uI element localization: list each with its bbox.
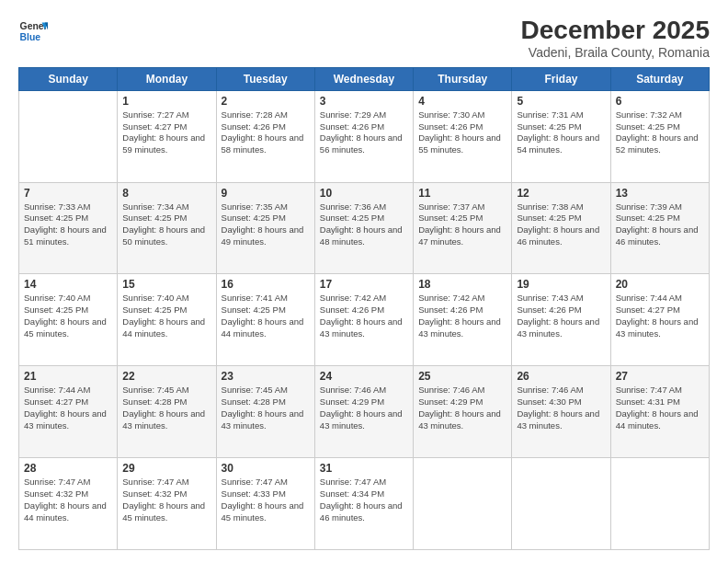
day-info: Sunrise: 7:33 AMSunset: 4:25 PMDaylight:… <box>24 201 112 248</box>
day-info: Sunrise: 7:39 AMSunset: 4:25 PMDaylight:… <box>616 201 704 248</box>
calendar-cell: 6Sunrise: 7:32 AMSunset: 4:25 PMDaylight… <box>610 90 709 182</box>
calendar-cell: 4Sunrise: 7:30 AMSunset: 4:26 PMDaylight… <box>414 90 512 182</box>
day-number: 22 <box>122 370 210 383</box>
week-row-0: 1Sunrise: 7:27 AMSunset: 4:27 PMDaylight… <box>19 90 710 182</box>
location: Vadeni, Braila County, Romania <box>521 45 710 60</box>
calendar-cell: 15Sunrise: 7:40 AMSunset: 4:25 PMDayligh… <box>118 274 216 366</box>
calendar-cell: 22Sunrise: 7:45 AMSunset: 4:28 PMDayligh… <box>118 366 216 458</box>
day-number: 1 <box>122 95 210 108</box>
day-number: 13 <box>616 187 704 200</box>
calendar-cell: 28Sunrise: 7:47 AMSunset: 4:32 PMDayligh… <box>19 458 118 550</box>
day-info: Sunrise: 7:38 AMSunset: 4:25 PMDaylight:… <box>517 201 605 248</box>
day-info: Sunrise: 7:28 AMSunset: 4:26 PMDaylight:… <box>222 109 310 156</box>
day-info: Sunrise: 7:37 AMSunset: 4:25 PMDaylight:… <box>418 201 506 248</box>
calendar-cell <box>414 458 512 550</box>
calendar-cell: 21Sunrise: 7:44 AMSunset: 4:27 PMDayligh… <box>19 366 118 458</box>
calendar-cell: 30Sunrise: 7:47 AMSunset: 4:33 PMDayligh… <box>216 458 314 550</box>
day-info: Sunrise: 7:43 AMSunset: 4:26 PMDaylight:… <box>517 293 605 339</box>
day-number: 27 <box>616 370 704 383</box>
calendar-cell <box>512 458 610 550</box>
calendar-cell: 2Sunrise: 7:28 AMSunset: 4:26 PMDaylight… <box>216 90 314 182</box>
day-info: Sunrise: 7:47 AMSunset: 4:33 PMDaylight:… <box>222 477 310 523</box>
day-info: Sunrise: 7:47 AMSunset: 4:31 PMDaylight:… <box>616 385 704 431</box>
day-info: Sunrise: 7:47 AMSunset: 4:34 PMDaylight:… <box>320 477 408 523</box>
calendar-cell: 13Sunrise: 7:39 AMSunset: 4:25 PMDayligh… <box>610 182 709 274</box>
day-info: Sunrise: 7:31 AMSunset: 4:25 PMDaylight:… <box>517 109 605 156</box>
day-number: 3 <box>320 95 408 108</box>
day-number: 7 <box>24 187 112 200</box>
svg-text:Blue: Blue <box>20 32 41 42</box>
day-number: 31 <box>320 462 408 475</box>
day-info: Sunrise: 7:42 AMSunset: 4:26 PMDaylight:… <box>418 293 506 339</box>
week-row-3: 21Sunrise: 7:44 AMSunset: 4:27 PMDayligh… <box>19 366 710 458</box>
day-number: 23 <box>222 370 310 383</box>
calendar-cell: 17Sunrise: 7:42 AMSunset: 4:26 PMDayligh… <box>314 274 413 366</box>
calendar-cell: 11Sunrise: 7:37 AMSunset: 4:25 PMDayligh… <box>414 182 512 274</box>
calendar-cell: 3Sunrise: 7:29 AMSunset: 4:26 PMDaylight… <box>314 90 413 182</box>
calendar-cell: 14Sunrise: 7:40 AMSunset: 4:25 PMDayligh… <box>19 274 118 366</box>
day-info: Sunrise: 7:29 AMSunset: 4:26 PMDaylight:… <box>320 109 408 156</box>
day-number: 16 <box>222 278 310 291</box>
month-title: December 2025 <box>521 17 710 45</box>
title-block: December 2025 Vadeni, Braila County, Rom… <box>521 17 710 60</box>
day-number: 4 <box>418 95 506 108</box>
week-row-2: 14Sunrise: 7:40 AMSunset: 4:25 PMDayligh… <box>19 274 710 366</box>
day-info: Sunrise: 7:42 AMSunset: 4:26 PMDaylight:… <box>320 293 408 339</box>
calendar-cell: 19Sunrise: 7:43 AMSunset: 4:26 PMDayligh… <box>512 274 610 366</box>
calendar-cell: 9Sunrise: 7:35 AMSunset: 4:25 PMDaylight… <box>216 182 314 274</box>
day-info: Sunrise: 7:34 AMSunset: 4:25 PMDaylight:… <box>122 201 210 248</box>
week-row-4: 28Sunrise: 7:47 AMSunset: 4:32 PMDayligh… <box>19 458 710 550</box>
calendar-table: SundayMondayTuesdayWednesdayThursdayFrid… <box>18 67 710 550</box>
calendar-cell: 5Sunrise: 7:31 AMSunset: 4:25 PMDaylight… <box>512 90 610 182</box>
weekday-header-saturday: Saturday <box>610 67 709 90</box>
day-number: 8 <box>122 187 210 200</box>
day-number: 10 <box>320 187 408 200</box>
day-info: Sunrise: 7:30 AMSunset: 4:26 PMDaylight:… <box>418 109 506 156</box>
weekday-header-tuesday: Tuesday <box>216 67 314 90</box>
day-info: Sunrise: 7:44 AMSunset: 4:27 PMDaylight:… <box>24 385 112 431</box>
day-info: Sunrise: 7:36 AMSunset: 4:25 PMDaylight:… <box>320 201 408 248</box>
calendar-cell <box>19 90 118 182</box>
day-info: Sunrise: 7:45 AMSunset: 4:28 PMDaylight:… <box>222 385 310 431</box>
day-number: 29 <box>122 462 210 475</box>
weekday-header-thursday: Thursday <box>414 67 512 90</box>
calendar-cell: 7Sunrise: 7:33 AMSunset: 4:25 PMDaylight… <box>19 182 118 274</box>
calendar-cell: 16Sunrise: 7:41 AMSunset: 4:25 PMDayligh… <box>216 274 314 366</box>
calendar-cell: 8Sunrise: 7:34 AMSunset: 4:25 PMDaylight… <box>118 182 216 274</box>
day-info: Sunrise: 7:46 AMSunset: 4:29 PMDaylight:… <box>320 385 408 431</box>
day-info: Sunrise: 7:47 AMSunset: 4:32 PMDaylight:… <box>24 477 112 523</box>
day-number: 9 <box>222 187 310 200</box>
day-info: Sunrise: 7:44 AMSunset: 4:27 PMDaylight:… <box>616 293 704 339</box>
week-row-1: 7Sunrise: 7:33 AMSunset: 4:25 PMDaylight… <box>19 182 710 274</box>
generalblue-icon: General Blue <box>18 17 48 46</box>
weekday-header-friday: Friday <box>512 67 610 90</box>
calendar-cell <box>610 458 709 550</box>
day-info: Sunrise: 7:46 AMSunset: 4:29 PMDaylight:… <box>418 385 506 431</box>
day-info: Sunrise: 7:32 AMSunset: 4:25 PMDaylight:… <box>616 109 704 156</box>
calendar-cell: 26Sunrise: 7:46 AMSunset: 4:30 PMDayligh… <box>512 366 610 458</box>
day-number: 26 <box>517 370 605 383</box>
weekday-header-monday: Monday <box>118 67 216 90</box>
day-number: 15 <box>122 278 210 291</box>
day-number: 24 <box>320 370 408 383</box>
calendar-cell: 24Sunrise: 7:46 AMSunset: 4:29 PMDayligh… <box>314 366 413 458</box>
calendar-cell: 12Sunrise: 7:38 AMSunset: 4:25 PMDayligh… <box>512 182 610 274</box>
calendar-cell: 1Sunrise: 7:27 AMSunset: 4:27 PMDaylight… <box>118 90 216 182</box>
day-number: 20 <box>616 278 704 291</box>
header: General Blue December 2025 Vadeni, Brail… <box>18 17 710 60</box>
day-number: 6 <box>616 95 704 108</box>
weekday-header-row: SundayMondayTuesdayWednesdayThursdayFrid… <box>19 67 710 90</box>
day-number: 5 <box>517 95 605 108</box>
day-info: Sunrise: 7:27 AMSunset: 4:27 PMDaylight:… <box>122 109 210 156</box>
calendar-cell: 18Sunrise: 7:42 AMSunset: 4:26 PMDayligh… <box>414 274 512 366</box>
day-info: Sunrise: 7:35 AMSunset: 4:25 PMDaylight:… <box>222 201 310 248</box>
calendar-cell: 31Sunrise: 7:47 AMSunset: 4:34 PMDayligh… <box>314 458 413 550</box>
day-info: Sunrise: 7:47 AMSunset: 4:32 PMDaylight:… <box>122 477 210 523</box>
day-info: Sunrise: 7:46 AMSunset: 4:30 PMDaylight:… <box>517 385 605 431</box>
calendar-cell: 27Sunrise: 7:47 AMSunset: 4:31 PMDayligh… <box>610 366 709 458</box>
calendar-cell: 10Sunrise: 7:36 AMSunset: 4:25 PMDayligh… <box>314 182 413 274</box>
day-info: Sunrise: 7:40 AMSunset: 4:25 PMDaylight:… <box>122 293 210 339</box>
day-number: 21 <box>24 370 112 383</box>
day-info: Sunrise: 7:40 AMSunset: 4:25 PMDaylight:… <box>24 293 112 339</box>
day-number: 25 <box>418 370 506 383</box>
